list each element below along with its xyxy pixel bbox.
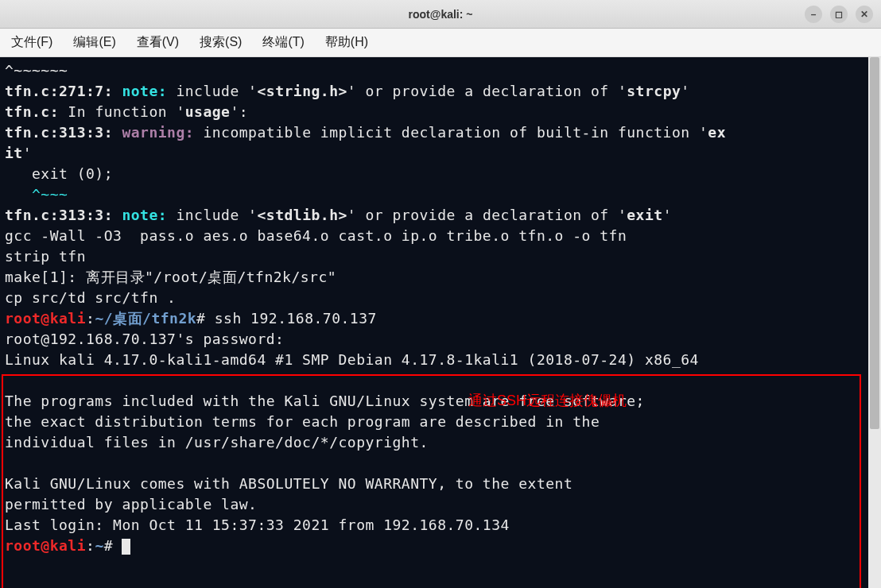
fn-6: exit (627, 207, 662, 223)
prompt2-hash: # (104, 537, 113, 554)
note-1: note: (122, 83, 167, 99)
line-9: make[1]: 离开目录"/root/桌面/tfn2k/src" (5, 269, 336, 285)
code-4: exit (0); (5, 165, 113, 182)
prompt2-cmd (113, 537, 122, 554)
line-p2: the exact distribution terms for each pr… (5, 413, 600, 430)
loc-1: tfn.c:271:7: (5, 83, 113, 99)
maximize-button[interactable]: ◻ (830, 6, 848, 23)
prompt2-user: root@kali (5, 537, 86, 554)
txt-6b: ' or provide a declaration of ' (347, 207, 627, 223)
menu-help[interactable]: 帮助(H) (325, 34, 368, 51)
note-6: note: (122, 207, 167, 223)
txt-6a: include ' (167, 207, 257, 223)
menu-search[interactable]: 搜索(S) (200, 34, 242, 51)
loc-3: tfn.c:313:3: (5, 124, 113, 141)
scrollbar[interactable] (868, 57, 881, 588)
menu-edit[interactable]: 编辑(E) (73, 34, 115, 51)
caret-5-pre (5, 186, 32, 203)
txt-1b: ' or provide a declaration of ' (347, 83, 627, 99)
terminal-window: root@kali: ~ – ◻ ✕ 文件(F) 编辑(E) 查看(V) 搜索(… (0, 0, 881, 588)
line-w1: Kali GNU/Linux comes with ABSOLUTELY NO … (5, 475, 572, 492)
prompt1-path: ~/桌面/tfn2k (95, 310, 196, 327)
window-title: root@kali: ~ (409, 8, 473, 21)
line-8: strip tfn (5, 248, 86, 265)
line-w2: permitted by applicable law. (5, 496, 257, 513)
hdr-6: <stdlib.h> (257, 207, 347, 223)
prompt2-sep: : (86, 537, 95, 554)
txt-2a: In function ' (59, 103, 185, 120)
menubar: 文件(F) 编辑(E) 查看(V) 搜索(S) 终端(T) 帮助(H) (0, 29, 881, 57)
partial-line: ^~~~~~~ (5, 62, 68, 79)
txt-2b: ': (230, 103, 248, 120)
prompt1-user: root@kali (5, 310, 86, 327)
line-10: cp src/td src/tfn . (5, 289, 176, 306)
line-p1: The programs included with the Kali GNU/… (5, 393, 645, 409)
prompt1-sep: : (86, 310, 95, 327)
line-pwd: root@192.168.70.137's password: (5, 331, 284, 347)
line-7: gcc -Wall -O3 pass.o aes.o base64.o cast… (5, 227, 627, 244)
terminal-wrapper: ^~~~~~~ tfn.c:271:7: note: include '<str… (0, 57, 881, 588)
prompt1-cmd: ssh 192.168.70.137 (205, 310, 376, 327)
prompt1-hash: # (196, 310, 205, 327)
txt-1c: ' (681, 83, 689, 99)
fn-1: strcpy (627, 83, 681, 99)
caret-5b: ~~~ (41, 186, 68, 203)
menu-terminal[interactable]: 终端(T) (262, 34, 304, 51)
minimize-button[interactable]: – (805, 6, 822, 23)
line-linux: Linux kali 4.17.0-kali1-amd64 #1 SMP Deb… (5, 351, 699, 368)
hdr-1: <string.h> (257, 83, 347, 99)
terminal-output[interactable]: ^~~~~~~ tfn.c:271:7: note: include '<str… (0, 57, 868, 588)
titlebar: root@kali: ~ – ◻ ✕ (0, 0, 881, 29)
window-controls: – ◻ ✕ (805, 6, 873, 23)
line-p3: individual files in /usr/share/doc/*/cop… (5, 434, 429, 451)
scrollbar-thumb[interactable] (870, 57, 879, 429)
txt-1a: include ' (167, 83, 257, 99)
txt-3a: incompatible implicit declaration of bui… (194, 124, 708, 141)
fn-2: usage (185, 103, 231, 120)
txt-6c: ' (663, 207, 672, 223)
txt-3b: ' (23, 145, 32, 161)
line-last: Last login: Mon Oct 11 15:37:33 2021 fro… (5, 516, 510, 533)
warn-3: warning: (122, 124, 194, 141)
cursor-block (122, 539, 130, 555)
close-button[interactable]: ✕ (856, 6, 873, 23)
menu-file[interactable]: 文件(F) (11, 34, 52, 51)
menu-view[interactable]: 查看(V) (137, 34, 179, 51)
prompt2-path: ~ (95, 537, 103, 554)
caret-5a: ^ (32, 186, 41, 203)
loc-6: tfn.c:313:3: (5, 207, 113, 223)
loc-2: tfn.c: (5, 103, 59, 120)
